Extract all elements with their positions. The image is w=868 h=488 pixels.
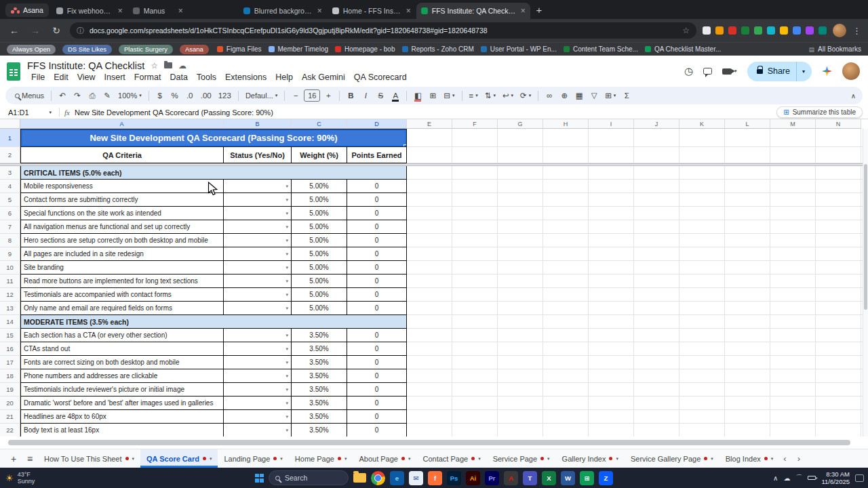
points-cell[interactable]: 0: [347, 410, 407, 424]
status-dropdown-icon[interactable]: ▾: [285, 414, 288, 420]
select-all-corner[interactable]: [0, 119, 20, 129]
bookmark-star-icon[interactable]: ☆: [682, 26, 690, 35]
italic-button[interactable]: I: [359, 88, 372, 103]
bold-button[interactable]: B: [344, 88, 357, 103]
print-button[interactable]: ⎙: [85, 88, 99, 103]
sheet-tab-contact-page[interactable]: Contact Page▾: [416, 449, 486, 468]
row-header-9[interactable]: 9: [0, 247, 20, 261]
row-header-3[interactable]: 3: [0, 166, 20, 180]
criteria-cell[interactable]: Only name and email are required fields …: [20, 302, 224, 315]
bookmark-qa-checklist-master[interactable]: QA Checklist Master...: [645, 45, 721, 53]
tab-close-icon[interactable]: ×: [406, 6, 411, 16]
column-header-k[interactable]: K: [679, 119, 725, 129]
status-dropdown-icon[interactable]: ▾: [285, 346, 288, 352]
row-header-13[interactable]: 13: [0, 302, 20, 315]
firefox-icon[interactable]: f: [428, 471, 442, 485]
undo-button[interactable]: ↶: [56, 88, 69, 103]
forward-button[interactable]: →: [28, 23, 43, 38]
row-header-16[interactable]: 16: [0, 342, 20, 356]
menu-insert[interactable]: Insert: [100, 72, 130, 83]
bookmark-content-team-sche[interactable]: Content Team Sche...: [564, 45, 638, 53]
column-header-e[interactable]: E: [407, 119, 452, 129]
criteria-cell[interactable]: Body text is at least 16px: [20, 424, 224, 436]
extension-icon[interactable]: [741, 26, 749, 35]
bookmark-figma-files[interactable]: Figma Files: [217, 45, 262, 53]
gemini-icon[interactable]: [822, 66, 832, 77]
borders-button[interactable]: ⊞: [426, 88, 439, 103]
status-dropdown-icon[interactable]: ▾: [285, 333, 288, 338]
status-dropdown-icon[interactable]: ▾: [285, 197, 288, 203]
browser-profile-avatar[interactable]: [833, 24, 846, 37]
selection-fill-handle[interactable]: [403, 144, 407, 147]
decrease-decimal-button[interactable]: .0: [183, 88, 197, 103]
extension-icon[interactable]: [767, 26, 775, 35]
browser-tab-fix-webhook-key-mismatch[interactable]: Fix webhook key mismatch×: [52, 3, 127, 19]
criteria-cell[interactable]: Phone numbers and addresses are clickabl…: [20, 369, 224, 383]
row-header-19[interactable]: 19: [0, 383, 20, 396]
row-header-14[interactable]: 14: [0, 315, 20, 329]
criteria-cell[interactable]: Site branding: [20, 261, 224, 274]
criteria-cell[interactable]: Each section has a CTA (or every other s…: [20, 329, 224, 342]
sheet-tab-menu-icon[interactable]: ▾: [478, 456, 481, 462]
points-cell[interactable]: 0: [347, 356, 407, 369]
criteria-cell[interactable]: Headlines are 48px to 60px: [20, 410, 224, 424]
acrobat-icon[interactable]: A: [504, 471, 518, 485]
criteria-cell[interactable]: Dramatic 'worst' before and 'best' after…: [20, 396, 224, 410]
menu-view[interactable]: View: [73, 72, 100, 83]
status-dropdown-icon[interactable]: ▾: [285, 279, 288, 284]
extension-icon[interactable]: [806, 26, 814, 35]
mail-icon[interactable]: ✉: [409, 471, 423, 485]
sheets-icon[interactable]: ⊞: [580, 471, 594, 485]
sheet-scroll-left-icon[interactable]: ‹: [783, 453, 786, 464]
meet-camera-button[interactable]: ▾: [722, 68, 737, 75]
status-cell[interactable]: ▾: [224, 220, 292, 234]
merge-cells-button[interactable]: ⊟▾: [441, 88, 457, 103]
status-cell[interactable]: ▾: [224, 261, 292, 274]
points-cell[interactable]: 0: [347, 424, 407, 436]
row-header-20[interactable]: 20: [0, 396, 20, 410]
hidden-icons-chevron[interactable]: ∧: [773, 474, 778, 482]
criteria-cell[interactable]: Fonts are correct sizing on both desktop…: [20, 356, 224, 369]
column-title-cell-status-yes-no[interactable]: Status (Yes/No): [224, 147, 292, 163]
sheet-tab-menu-icon[interactable]: ▾: [547, 456, 550, 462]
row-header-21[interactable]: 21: [0, 410, 20, 424]
row-header-17[interactable]: 17: [0, 356, 20, 369]
sheet-tab-menu-icon[interactable]: ▾: [771, 456, 774, 462]
sheet-tab-menu-icon[interactable]: ▾: [280, 456, 283, 462]
tab-group-chip-asana[interactable]: Asana: [5, 3, 49, 17]
text-color-button[interactable]: A: [389, 88, 402, 103]
points-cell[interactable]: 0: [347, 234, 407, 247]
user-avatar[interactable]: [842, 62, 860, 80]
battery-icon[interactable]: [808, 476, 816, 480]
bookmark-homepage-bob[interactable]: Homepage - bob: [335, 45, 395, 53]
status-dropdown-icon[interactable]: ▾: [285, 251, 288, 257]
font-family-button[interactable]: Defaul...▾: [243, 88, 280, 103]
column-title-cell-points-earned[interactable]: Points Earned: [347, 147, 407, 163]
points-cell[interactable]: 0: [347, 302, 407, 315]
decrease-font-size-button[interactable]: −: [289, 88, 302, 103]
paint-format-button[interactable]: ✎: [100, 88, 114, 103]
increase-decimal-button[interactable]: .00: [198, 88, 214, 103]
vertical-align-button[interactable]: ⇅▾: [482, 88, 498, 103]
text-wrap-button[interactable]: ↩▾: [500, 88, 516, 103]
menu-data[interactable]: Data: [165, 72, 191, 83]
status-dropdown-icon[interactable]: ▾: [285, 360, 288, 365]
status-cell[interactable]: ▾: [224, 383, 292, 396]
share-menu-caret-icon[interactable]: ▾: [796, 62, 812, 81]
column-header-j[interactable]: J: [634, 119, 679, 129]
menu-help[interactable]: Help: [271, 72, 297, 83]
reload-button[interactable]: ↻: [49, 23, 64, 38]
points-cell[interactable]: 0: [347, 207, 407, 220]
criteria-cell[interactable]: Read more buttons are implemented for lo…: [20, 274, 224, 288]
formula-input[interactable]: New Site Development QA Scorecard (Passi…: [75, 108, 772, 117]
file-explorer-icon[interactable]: [353, 473, 366, 483]
browser-tab-home-ffs-institute[interactable]: Home - FFS Institute×: [328, 3, 416, 19]
chrome-icon[interactable]: [371, 471, 385, 485]
taskbar-search[interactable]: Search: [269, 470, 349, 485]
star-document-icon[interactable]: ☆: [151, 61, 158, 70]
fill-color-button[interactable]: ◧: [411, 88, 425, 103]
extension-icon[interactable]: [754, 26, 762, 35]
column-header-i[interactable]: I: [589, 119, 634, 129]
status-cell[interactable]: ▾: [224, 356, 292, 369]
weight-cell[interactable]: 3.50%: [292, 424, 347, 436]
